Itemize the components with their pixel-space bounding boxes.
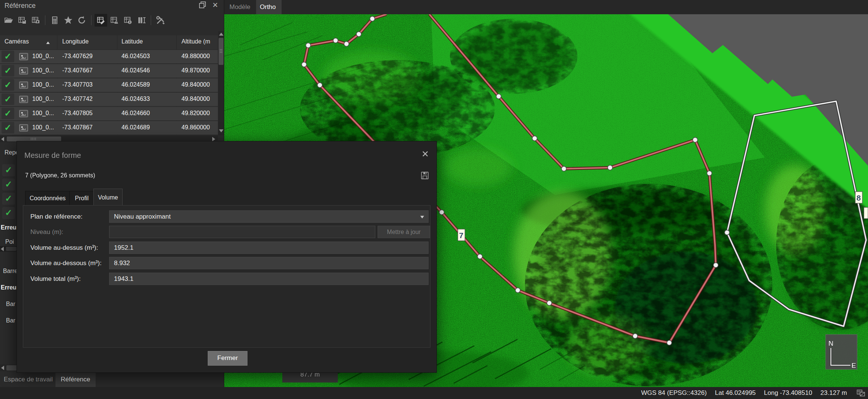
camera-altitude: 49.840000	[181, 81, 210, 88]
camera-altitude: 49.820000	[181, 110, 210, 117]
column-header-cameras[interactable]: Caméras	[4, 38, 29, 45]
open-project-icon[interactable]	[2, 14, 15, 27]
panel-title: Référence	[4, 2, 36, 10]
tab-ortho-label: Ortho	[260, 3, 276, 11]
marker-checkbox[interactable]: ✓	[2, 164, 15, 176]
tab-reference[interactable]: Référence	[55, 373, 96, 387]
shape-label-8[interactable]: 8	[855, 192, 862, 203]
dialog-title: Mesure de forme	[24, 151, 81, 160]
camera-enabled-checkbox[interactable]: ✓	[1, 51, 14, 62]
niveau-label: Niveau (m):	[30, 228, 63, 236]
table-vscrollbar[interactable]	[218, 31, 224, 135]
volume-au-dessus-label: Volume au-dessus (m³):	[30, 244, 98, 252]
status-bar: WGS 84 (EPSG::4326) Lat 46.024995 Long -…	[0, 387, 868, 399]
photo-thumbnail-icon	[19, 110, 28, 118]
photo-thumbnail-icon	[19, 124, 28, 132]
edit-table-icon[interactable]	[94, 14, 107, 27]
tab-ortho[interactable]: Ortho	[256, 0, 282, 14]
camera-altitude: 49.860000	[181, 124, 210, 131]
scroll-up-arrow[interactable]	[219, 33, 223, 36]
camera-longitude: -73.407805	[62, 110, 93, 117]
volume-au-dessous-value: 8.932	[114, 260, 130, 267]
tab-reference-label: Référence	[61, 376, 90, 383]
scroll-left-arrow[interactable]	[1, 247, 4, 251]
toolbar-separator	[45, 15, 45, 25]
compass[interactable]: N E	[826, 334, 857, 369]
camera-enabled-checkbox[interactable]: ✓	[1, 108, 14, 119]
table-row[interactable]: ✓ 100_0... -73.407742 46.024633 49.84000…	[0, 93, 218, 106]
sort-ascending-icon[interactable]	[46, 42, 50, 44]
marker-checkbox[interactable]: ✓	[2, 193, 15, 205]
column-header-latitude[interactable]: Latitude	[121, 38, 143, 45]
camera-enabled-checkbox[interactable]: ✓	[1, 65, 14, 76]
svg-text:8: 8	[856, 194, 861, 202]
section-bar-label: Bar	[6, 301, 15, 308]
camera-longitude: -73.407867	[62, 124, 93, 131]
float-panel-icon[interactable]	[198, 1, 207, 10]
camera-name: 100_0...	[32, 96, 54, 102]
tab-espace-de-travail[interactable]: Espace de travail	[4, 376, 52, 383]
camera-enabled-checkbox[interactable]: ✓	[1, 79, 14, 91]
vscroll-thumb[interactable]	[219, 38, 223, 65]
fermer-button[interactable]: Fermer	[208, 351, 247, 366]
display-settings-icon[interactable]	[857, 389, 865, 397]
camera-latitude: 46.024589	[121, 81, 150, 88]
dialog-close-icon[interactable]: ✕	[421, 149, 429, 159]
volume-au-dessus-input[interactable]: 1952.1	[109, 242, 429, 254]
scroll-left-arrow[interactable]	[1, 366, 4, 370]
toolbar-separator	[151, 15, 151, 25]
sync-icon[interactable]	[75, 14, 88, 27]
tab-modele[interactable]: Modèle	[229, 3, 250, 11]
niveau-input[interactable]	[109, 226, 375, 238]
table-row[interactable]: ✓ 100_0... -73.407805 46.024660 49.82000…	[0, 107, 218, 120]
camera-latitude: 46.024660	[121, 110, 150, 117]
volume-total-label: Volume total (m³):	[30, 275, 81, 283]
volume-total-input[interactable]: 1943.1	[109, 273, 429, 285]
scroll-down-arrow[interactable]	[219, 129, 223, 132]
table-row[interactable]: ✓ 100_0... -73.407667 46.024546 49.87000…	[0, 64, 218, 78]
camera-longitude: -73.407742	[62, 96, 93, 102]
camera-latitude: 46.024689	[121, 124, 150, 131]
export-photos-icon[interactable]	[29, 14, 42, 27]
camera-longitude: -73.407703	[62, 81, 93, 88]
plan-de-reference-select[interactable]: Niveau approximant	[109, 210, 429, 223]
edge-vertex-label[interactable]	[864, 207, 868, 219]
table-row[interactable]: ✓ 100_0... -73.407629 46.024503 49.88000…	[0, 50, 218, 63]
shape-label-7[interactable]: 7	[458, 229, 465, 241]
table-warning-icon[interactable]	[108, 14, 121, 27]
table-info-icon[interactable]	[121, 14, 134, 27]
mesure-de-forme-dialog: Mesure de forme ✕ 7 (Polygone, 26 sommet…	[16, 141, 437, 373]
mettre-a-jour-button[interactable]: Mettre à jour	[378, 226, 430, 238]
scroll-left-arrow[interactable]	[1, 137, 4, 141]
mini-hscrollbar[interactable]	[0, 246, 16, 252]
shape-summary: 7 (Polygone, 26 sommets)	[25, 172, 95, 179]
camera-longitude: -73.407667	[62, 67, 93, 74]
toolbar-separator	[91, 15, 91, 25]
tab-profil[interactable]: Profil	[69, 191, 94, 206]
volume-au-dessous-input[interactable]: 8.932	[109, 257, 429, 269]
tab-volume[interactable]: Volume	[93, 189, 123, 206]
tab-coordonnees[interactable]: Coordonnées	[25, 191, 70, 206]
tools-icon[interactable]	[154, 14, 167, 27]
table-row[interactable]: ✓ 100_0... -73.407867 46.024689 49.86000…	[0, 121, 218, 135]
table-columns-icon[interactable]	[135, 14, 148, 27]
camera-latitude: 46.024546	[121, 67, 150, 74]
save-shape-icon[interactable]	[421, 171, 429, 180]
plan-de-reference-label: Plan de référence:	[30, 213, 82, 220]
vertex-handle[interactable]	[725, 230, 730, 235]
favorites-star-icon[interactable]	[62, 14, 75, 27]
save-table-icon[interactable]	[16, 14, 28, 27]
table-row[interactable]: ✓ 100_0... -73.407703 46.024589 49.84000…	[0, 78, 218, 92]
camera-name: 100_0...	[32, 81, 54, 88]
column-header-altitude[interactable]: Altitude (m	[181, 38, 210, 45]
camera-name: 100_0...	[32, 67, 54, 74]
section-bar-label: Bar	[6, 317, 15, 324]
camera-enabled-checkbox[interactable]: ✓	[1, 93, 14, 105]
marker-checkbox[interactable]: ✓	[2, 207, 15, 219]
marker-checkbox[interactable]: ✓	[2, 178, 15, 190]
column-header-longitude[interactable]: Longitude	[62, 38, 88, 45]
camera-enabled-checkbox[interactable]: ✓	[1, 122, 14, 134]
calculator-icon[interactable]	[48, 14, 61, 27]
close-panel-icon[interactable]: ✕	[210, 1, 220, 10]
photo-thumbnail-icon	[19, 95, 28, 104]
